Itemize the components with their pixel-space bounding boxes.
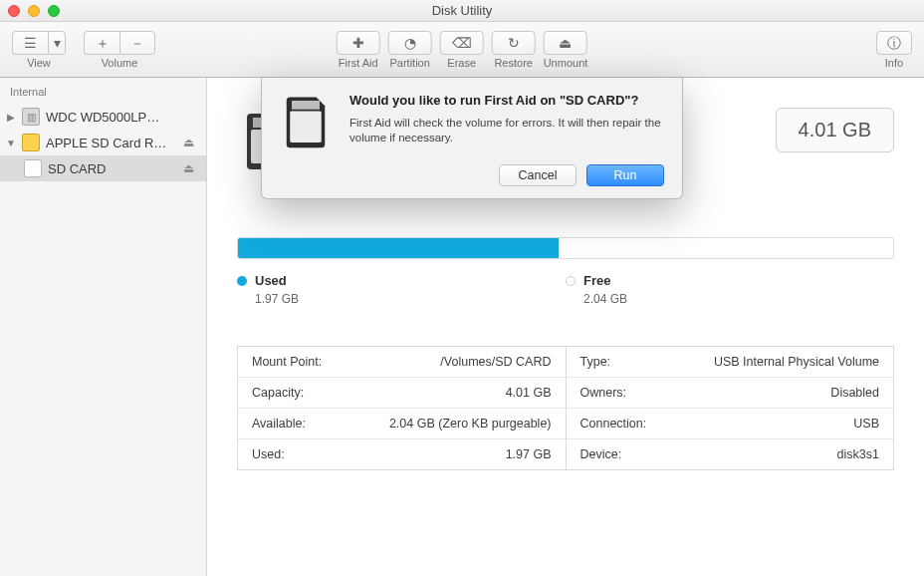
- info-label: Info: [885, 57, 903, 69]
- sidebar: Internal ▶ ▥ WDC WD5000LP… ▼ APPLE SD Ca…: [0, 78, 207, 576]
- disclosure-triangle-icon[interactable]: ▼: [6, 138, 16, 148]
- restore-label: Restore: [494, 57, 533, 69]
- free-swatch-icon: [566, 276, 576, 286]
- volume-tool-group: ＋ － Volume: [84, 31, 155, 69]
- capacity-badge: 4.01 GB: [776, 108, 894, 152]
- usage-legend: Used 1.97 GB Free 2.04 GB: [237, 273, 894, 306]
- sidebar-item-wdc[interactable]: ▶ ▥ WDC WD5000LP…: [0, 104, 206, 130]
- info-row: Connection:USB: [567, 409, 894, 439]
- window-title: Disk Utility: [0, 3, 924, 18]
- first-aid-dialog: Would you like to run First Aid on "SD C…: [261, 78, 683, 199]
- cancel-button[interactable]: Cancel: [499, 164, 577, 186]
- partition-icon: ◔: [404, 36, 416, 50]
- used-label: Used: [255, 273, 287, 288]
- sidebar-item-label: APPLE SD Card R…: [46, 136, 177, 150]
- info-row: Used:1.97 GB: [238, 439, 566, 469]
- volume-icon: [24, 159, 42, 177]
- volume-add-icon: ＋: [96, 36, 110, 50]
- eject-icon[interactable]: ⏏: [183, 136, 200, 149]
- info-col-right: Type:USB Internal Physical Volume Owners…: [567, 347, 894, 469]
- volume-remove-icon: －: [130, 36, 144, 50]
- used-value: 1.97 GB: [237, 292, 566, 306]
- usage-bar: [237, 237, 894, 259]
- erase-icon: ⌫: [452, 36, 472, 50]
- first-aid-icon: ✚: [352, 36, 364, 50]
- dialog-message: First Aid will check the volume for erro…: [349, 116, 664, 146]
- info-row: Owners:Disabled: [567, 378, 894, 409]
- center-tools: ✚First Aid ◔Partition ⌫Erase ↻Restore ⏏U…: [337, 31, 588, 69]
- unmount-icon: ⏏: [559, 36, 572, 50]
- free-label: Free: [583, 273, 610, 288]
- partition-label: Partition: [389, 57, 429, 69]
- dialog-title: Would you like to run First Aid on "SD C…: [349, 92, 664, 110]
- sidebar-item-label: WDC WD5000LP…: [46, 110, 200, 125]
- usage-section: Used 1.97 GB Free 2.04 GB: [237, 237, 894, 306]
- disclosure-triangle-icon[interactable]: ▶: [6, 112, 16, 123]
- volume-remove-button[interactable]: －: [119, 31, 155, 55]
- sd-reader-icon: [22, 134, 40, 151]
- info-row: Mount Point:/Volumes/SD CARD: [238, 347, 566, 378]
- free-value: 2.04 GB: [566, 292, 894, 306]
- view-tool-group: ☰ ▾ View: [12, 31, 66, 69]
- erase-button[interactable]: ⌫: [440, 31, 484, 55]
- sidebar-item-sd-card[interactable]: SD CARD ⏏: [0, 155, 206, 181]
- info-tool-group: ⓘ Info: [876, 31, 912, 69]
- usage-bar-used: [238, 238, 559, 258]
- volume-label: Volume: [102, 57, 138, 69]
- info-row: Available:2.04 GB (Zero KB purgeable): [238, 409, 566, 439]
- sidebar-icon: ☰: [24, 36, 37, 50]
- run-button[interactable]: Run: [586, 164, 664, 186]
- restore-button[interactable]: ↻: [492, 31, 536, 55]
- sidebar-item-apple-sd-reader[interactable]: ▼ APPLE SD Card R… ⏏: [0, 130, 206, 155]
- chevron-down-icon: ▾: [54, 36, 61, 50]
- used-swatch-icon: [237, 276, 247, 286]
- drive-icon: ▥: [22, 108, 40, 126]
- sidebar-section-header: Internal: [0, 84, 206, 104]
- info-row: Device:disk3s1: [567, 439, 894, 469]
- info-col-left: Mount Point:/Volumes/SD CARD Capacity:4.…: [238, 347, 567, 469]
- titlebar: Disk Utility: [0, 0, 924, 22]
- unmount-label: Unmount: [544, 57, 588, 69]
- erase-label: Erase: [447, 57, 476, 69]
- unmount-button[interactable]: ⏏: [544, 31, 587, 55]
- volume-add-button[interactable]: ＋: [84, 31, 119, 55]
- view-label: View: [27, 57, 51, 69]
- info-row: Capacity:4.01 GB: [238, 378, 566, 409]
- svg-rect-3: [290, 112, 322, 144]
- first-aid-label: First Aid: [339, 57, 378, 69]
- info-icon: ⓘ: [887, 36, 901, 50]
- info-table: Mount Point:/Volumes/SD CARD Capacity:4.…: [237, 346, 894, 470]
- partition-button[interactable]: ◔: [388, 31, 432, 55]
- info-button[interactable]: ⓘ: [876, 31, 912, 55]
- restore-icon: ↻: [508, 36, 520, 50]
- first-aid-button[interactable]: ✚: [337, 31, 380, 55]
- view-button[interactable]: ☰: [12, 31, 48, 55]
- eject-icon[interactable]: ⏏: [183, 161, 200, 175]
- info-row: Type:USB Internal Physical Volume: [567, 347, 894, 378]
- svg-rect-2: [292, 101, 320, 110]
- sidebar-item-label: SD CARD: [48, 161, 177, 176]
- toolbar: ☰ ▾ View ＋ － Volume ✚First Aid ◔Partitio…: [0, 22, 924, 78]
- dialog-sd-icon: [278, 92, 334, 186]
- view-dropdown-button[interactable]: ▾: [48, 31, 66, 55]
